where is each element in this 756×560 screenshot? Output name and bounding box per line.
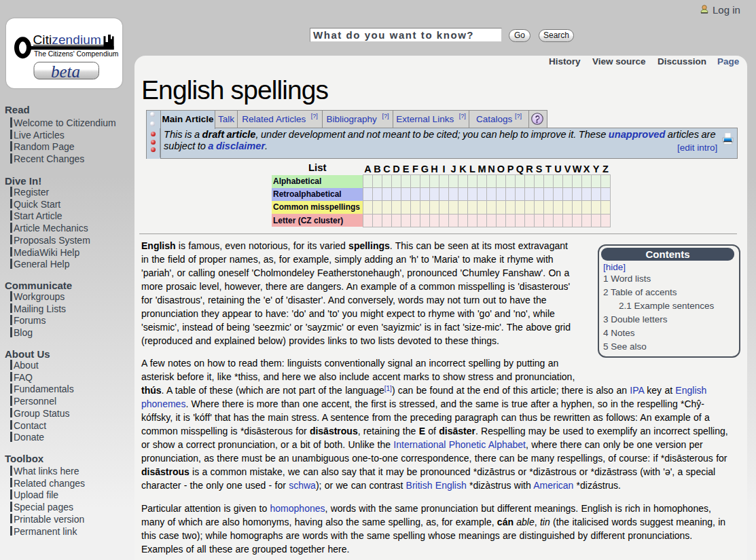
svg-text:beta: beta	[51, 62, 80, 81]
svg-text:The Citizens' Compendium: The Citizens' Compendium	[34, 50, 118, 58]
svg-text:Citizendium: Citizendium	[33, 33, 101, 47]
